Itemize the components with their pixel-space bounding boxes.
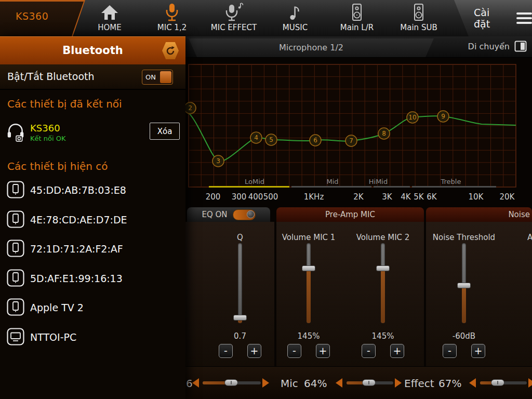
nav-main-lr-label: Main L/R [340, 23, 374, 32]
volume-mic2-slider[interactable] [381, 243, 385, 323]
band-label: LoMid [245, 178, 264, 185]
device-row[interactable]: Apple TV 2 [0, 292, 185, 322]
mic-slider-handle[interactable] [362, 379, 376, 386]
noise-minus-button[interactable]: - [443, 344, 457, 358]
eq-band-marker[interactable]: 4 [250, 132, 262, 143]
bluetooth-power-label: Bật/Tắt Bluetooth [7, 71, 95, 82]
svg-text:2: 2 [188, 104, 192, 112]
slider-value: -60dB [453, 331, 475, 341]
headphone-device-icon [5, 122, 26, 144]
available-section-title: Các thiết bị hiện có [7, 160, 108, 172]
device-tab-label: KS360 [16, 10, 48, 22]
nav-mic-effect[interactable]: MIC EFFECT [202, 1, 266, 35]
move-label: Di chuyển [468, 42, 510, 51]
q-minus-button[interactable]: - [219, 344, 233, 358]
eq-band-marker[interactable]: 9 [437, 111, 449, 122]
move-icon [514, 41, 527, 52]
nav-home-label: HOME [98, 23, 122, 32]
q-slider-handle[interactable] [233, 315, 247, 321]
slider-label: Volume MIC 2 [356, 233, 410, 242]
nav-mic-12[interactable]: MIC 1,2 [143, 1, 201, 35]
nav-home[interactable]: HOME [81, 1, 138, 35]
speaker-icon [410, 1, 428, 22]
eq-band-marker[interactable]: 6 [310, 135, 321, 146]
phone-device-icon [6, 239, 25, 260]
nav-mic-effect-label: MIC EFFECT [211, 23, 257, 32]
eq-band-marker[interactable]: 8 [378, 128, 390, 139]
effect-slider-handle[interactable] [491, 379, 504, 386]
music-value-partial: 6 [186, 377, 193, 390]
menu-icon[interactable] [516, 12, 532, 24]
mic2-plus-button[interactable]: + [390, 344, 404, 358]
move-control[interactable]: Di chuyển [468, 41, 527, 52]
decrease-arrow[interactable] [469, 378, 476, 388]
delete-device-button[interactable]: Xóa [150, 123, 180, 140]
mic1-minus-button[interactable]: - [287, 344, 301, 358]
preamp-header: Pre-Amp MIC [276, 207, 424, 222]
eq-band-marker[interactable]: 7 [345, 135, 357, 147]
decrease-arrow[interactable] [336, 378, 342, 388]
eq-on-toggle[interactable] [233, 209, 256, 220]
eq-band-marker[interactable]: 2 [185, 102, 196, 114]
nav-main-lr[interactable]: Main L/R [327, 1, 387, 35]
music-slider-handle[interactable] [224, 379, 238, 386]
freq-tick: 20K [500, 192, 515, 202]
nav-mic-12-label: MIC 1,2 [157, 23, 187, 32]
noise-threshold-handle[interactable] [457, 283, 471, 288]
mic1-plus-button[interactable]: + [316, 344, 330, 358]
volume-mic1-slider[interactable] [307, 243, 311, 323]
device-name: Apple TV 2 [30, 292, 84, 322]
phone-device-icon [6, 210, 25, 231]
mic-level-label: Mic [281, 377, 298, 390]
eq-graph[interactable]: LoMid Mid HiMid Treble 2 3 4 5 6 7 8 10 [185, 63, 532, 191]
device-row[interactable]: NTTOI-PC [0, 322, 185, 352]
bluetooth-power-toggle[interactable]: ON [142, 70, 173, 85]
increase-arrow[interactable] [395, 378, 402, 388]
freq-tick: 4K [401, 192, 410, 202]
volume-mic1-handle[interactable] [302, 265, 315, 271]
settings-button[interactable]: Cài đặt [454, 0, 532, 36]
freq-tick: 400 [248, 192, 263, 202]
speaker-icon [348, 1, 366, 22]
home-icon [100, 1, 119, 22]
eq-band-marker[interactable]: 3 [212, 155, 224, 167]
connected-device-row[interactable]: KS360 Kết nối OK Xóa [0, 119, 185, 147]
effect-level-value: 67% [438, 377, 461, 390]
nav-music[interactable]: MUSIC [267, 1, 324, 35]
decrease-arrow[interactable] [192, 378, 199, 388]
toggle-knob [247, 210, 255, 218]
computer-device-icon [6, 327, 25, 348]
device-row[interactable]: 45:DD:AB:7B:03:E8 [0, 175, 185, 205]
app-root: KS360 HOME MIC 1,2 [0, 0, 532, 399]
device-row[interactable]: 72:1D:71:2A:F2:AF [0, 234, 185, 263]
freq-tick: 2K [353, 192, 363, 202]
volume-mic2-handle[interactable] [376, 265, 390, 271]
mic2-minus-button[interactable]: - [362, 344, 376, 358]
svg-text:10: 10 [408, 114, 416, 121]
noise-plus-button[interactable]: + [471, 344, 485, 358]
freq-tick: 1KHz [304, 192, 324, 202]
svg-text:5: 5 [269, 136, 273, 143]
device-name: 72:1D:71:2A:F2:AF [30, 234, 123, 263]
nav-main-sub[interactable]: Main SUB [389, 1, 448, 35]
tab-microphone[interactable]: Microphone 1/2 [189, 38, 434, 57]
phone-device-icon [6, 298, 25, 318]
device-row[interactable]: 4E:78:CD:AE:D7:DE [0, 205, 185, 234]
connected-device-status: Kết nối OK [30, 135, 65, 142]
svg-text:9: 9 [441, 113, 445, 120]
device-row[interactable]: 5D:AF:E1:99:16:13 [0, 263, 185, 293]
q-plus-button[interactable]: + [247, 344, 261, 358]
effect-level-label: Effect [404, 377, 434, 390]
q-slider[interactable] [238, 243, 242, 323]
increase-arrow[interactable] [262, 378, 269, 388]
mic-level-value: 64% [304, 377, 327, 390]
eq-band-marker[interactable]: 5 [265, 134, 277, 145]
freq-tick: 3K [382, 192, 392, 202]
phone-device-icon [6, 269, 25, 289]
device-tab[interactable]: KS360 [0, 0, 85, 36]
increase-arrow[interactable] [528, 378, 532, 388]
eq-band-marker[interactable]: 10 [407, 112, 418, 123]
device-name: NTTOI-PC [30, 322, 76, 352]
band-label: Mid [326, 178, 338, 185]
settings-label: Cài đặt [474, 7, 509, 30]
